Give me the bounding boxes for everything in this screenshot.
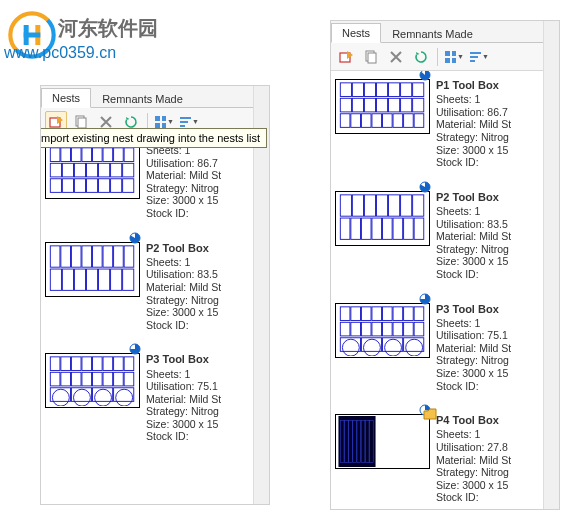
utilisation-pie-icon: [129, 343, 141, 355]
nest-title: P1 Tool Box: [436, 79, 511, 92]
tooltip: Import existing nest drawing into the ne…: [40, 128, 267, 148]
nest-meta: P2 Tool Box Sheets: 1 Utilisation: 83.5 …: [436, 191, 511, 281]
nest-thumbnail: [335, 414, 430, 469]
utilisation-pie-icon: [129, 232, 141, 244]
list-item[interactable]: Sheets: 1 Utilisation: 86.7 Material: Mi…: [43, 140, 267, 238]
svg-rect-11: [162, 123, 166, 128]
nest-thumbnail: [335, 79, 430, 134]
svg-rect-84: [368, 53, 376, 63]
nest-title: P3 Tool Box: [146, 353, 221, 366]
delete-button[interactable]: [385, 46, 407, 68]
sort-button[interactable]: ▼: [468, 46, 490, 68]
nest-meta: P1 Tool Box Sheets: 1 Utilisation: 86.7 …: [436, 79, 511, 169]
nest-thumbnail: [45, 144, 140, 199]
tab-remnants[interactable]: Remnants Made: [91, 89, 194, 108]
list-item[interactable]: P1 Tool Box Sheets: 1 Utilisation: 86.7 …: [333, 75, 557, 187]
import-nest-button[interactable]: [335, 46, 357, 68]
svg-rect-8: [155, 116, 160, 121]
nest-thumbnail: [45, 353, 140, 408]
nest-list-right[interactable]: P1 Tool Box Sheets: 1 Utilisation: 86.7 …: [331, 71, 559, 509]
svg-rect-88: [452, 58, 456, 63]
nest-thumbnail: [335, 303, 430, 358]
svg-rect-13: [180, 121, 188, 123]
tab-strip: Nests Remnants Made: [331, 21, 559, 43]
view-mode-button[interactable]: ▼: [443, 46, 465, 68]
list-item[interactable]: P4 Tool Box Sheets: 1 Utilisation: 27.8 …: [333, 410, 557, 509]
nest-title: P4 Tool Box: [436, 414, 511, 427]
chevron-down-icon: ▼: [457, 53, 464, 60]
svg-rect-90: [470, 56, 478, 58]
nest-meta: P3 Tool Box Sheets: 1 Utilisation: 75.1 …: [146, 353, 221, 443]
utilisation-pie-icon: [419, 181, 431, 193]
nest-title: P3 Tool Box: [436, 303, 511, 316]
nest-title: P2 Tool Box: [146, 242, 221, 255]
svg-rect-12: [180, 117, 191, 119]
nests-panel-left: Nests Remnants Made Import existing nest…: [40, 85, 270, 505]
nest-meta: P4 Tool Box Sheets: 1 Utilisation: 27.8 …: [436, 414, 511, 504]
refresh-button[interactable]: [410, 46, 432, 68]
tab-strip: Nests Remnants Made: [41, 86, 269, 108]
nest-meta: Sheets: 1 Utilisation: 86.7 Material: Mi…: [146, 144, 221, 220]
nest-meta: P3 Tool Box Sheets: 1 Utilisation: 75.1 …: [436, 303, 511, 393]
chevron-down-icon: ▼: [482, 53, 489, 60]
list-item[interactable]: P3 Tool Box Sheets: 1 Utilisation: 75.1 …: [333, 299, 557, 411]
watermark-url: www.pc0359.cn: [4, 44, 116, 62]
folder-icon: [423, 408, 437, 422]
svg-rect-86: [452, 51, 456, 56]
nest-thumbnail: [45, 242, 140, 297]
scrollbar[interactable]: [543, 21, 559, 509]
watermark-text: 河东软件园: [58, 15, 158, 42]
svg-rect-87: [445, 58, 450, 63]
utilisation-pie-icon: [419, 293, 431, 305]
tab-nests[interactable]: Nests: [331, 23, 381, 43]
list-item[interactable]: P3 Tool Box Sheets: 1 Utilisation: 75.1 …: [43, 349, 267, 461]
nest-title: P2 Tool Box: [436, 191, 511, 204]
svg-rect-91: [470, 60, 475, 62]
toolbar: Import existing nest drawing into the ne…: [41, 108, 269, 136]
nest-meta: P2 Tool Box Sheets: 1 Utilisation: 83.5 …: [146, 242, 221, 332]
svg-rect-7: [78, 118, 86, 128]
svg-rect-4: [24, 33, 41, 38]
svg-rect-10: [155, 123, 160, 128]
svg-rect-89: [470, 52, 481, 54]
utilisation-pie-icon: [419, 71, 431, 81]
svg-rect-85: [445, 51, 450, 56]
list-item[interactable]: P2 Tool Box Sheets: 1 Utilisation: 83.5 …: [43, 238, 267, 350]
tab-remnants[interactable]: Remnants Made: [381, 24, 484, 43]
import-nest-button[interactable]: Import existing nest drawing into the ne…: [45, 111, 67, 133]
separator: [437, 48, 438, 66]
scrollbar[interactable]: [253, 86, 269, 504]
nest-list-left[interactable]: Sheets: 1 Utilisation: 86.7 Material: Mi…: [41, 136, 269, 504]
tab-nests[interactable]: Nests: [41, 88, 91, 108]
svg-rect-9: [162, 116, 166, 121]
list-item[interactable]: P2 Tool Box Sheets: 1 Utilisation: 83.5 …: [333, 187, 557, 299]
toolbar: ▼ ▼: [331, 43, 559, 71]
svg-rect-14: [180, 125, 185, 127]
nest-thumbnail: [335, 191, 430, 246]
chevron-down-icon: ▼: [192, 118, 199, 125]
nests-panel-right: Nests Remnants Made ▼ ▼ P1 To: [330, 20, 560, 510]
chevron-down-icon: ▼: [167, 118, 174, 125]
copy-button[interactable]: [360, 46, 382, 68]
